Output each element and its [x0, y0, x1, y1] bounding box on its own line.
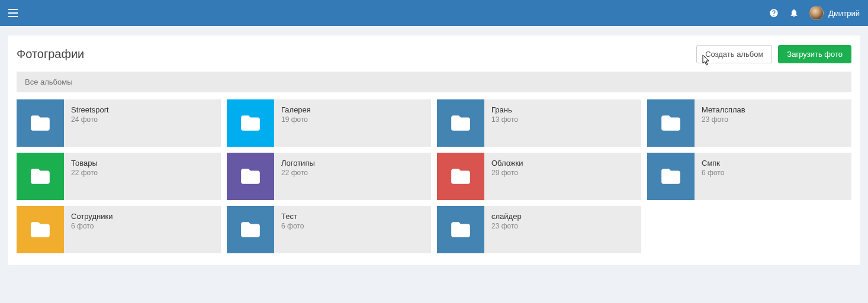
folder-icon [647, 153, 695, 200]
album-count: 19 фото [281, 115, 311, 124]
panel: Фотографии Создать альбом Загрузить фото… [8, 36, 860, 265]
album-title: Грань [491, 105, 518, 114]
folder-icon [17, 206, 64, 253]
album-card[interactable]: Тест6 фото [227, 206, 431, 253]
album-card[interactable]: Streetsport24 фото [17, 99, 221, 147]
avatar [809, 6, 824, 20]
album-title: Логотипы [281, 159, 315, 167]
page-title: Фотографии [17, 47, 84, 61]
folder-icon [227, 206, 274, 253]
album-title: Сотрудники [71, 212, 112, 221]
album-count: 23 фото [702, 115, 745, 124]
bell-icon[interactable] [789, 8, 799, 18]
album-title: Товары [71, 159, 98, 167]
album-card[interactable]: Галерея19 фото [227, 99, 431, 147]
album-title: Галерея [281, 105, 311, 114]
album-title: Смпк [702, 159, 724, 167]
album-card[interactable]: Логотипы22 фото [227, 153, 431, 200]
user-menu[interactable]: Дмитрий [809, 6, 860, 20]
album-count: 29 фото [491, 169, 523, 177]
folder-icon [437, 153, 484, 200]
folder-icon [17, 99, 64, 147]
album-card[interactable]: слайдер23 фото [437, 206, 641, 253]
album-title: Тест [281, 212, 304, 221]
album-count: 22 фото [281, 169, 315, 177]
album-info: слайдер23 фото [484, 206, 529, 253]
album-info: Смпк6 фото [695, 153, 731, 200]
album-card[interactable]: Смпк6 фото [647, 153, 851, 200]
help-icon[interactable] [769, 8, 779, 18]
album-card[interactable]: Металсплав23 фото [647, 99, 851, 147]
album-count: 22 фото [71, 169, 98, 177]
folder-icon [437, 206, 484, 253]
album-count: 6 фото [71, 222, 112, 230]
album-count: 24 фото [71, 115, 109, 124]
album-info: Галерея19 фото [274, 99, 318, 147]
album-count: 23 фото [491, 222, 522, 230]
album-count: 13 фото [491, 115, 518, 124]
album-info: Сотрудники6 фото [64, 206, 120, 253]
topbar: Дмитрий [0, 0, 868, 26]
main: Фотографии Создать альбом Загрузить фото… [0, 26, 868, 275]
album-card[interactable]: Обложки29 фото [437, 153, 641, 200]
upload-photo-button[interactable]: Загрузить фото [778, 45, 851, 63]
header-buttons: Создать альбом Загрузить фото [696, 45, 851, 63]
album-info: Металсплав23 фото [695, 99, 753, 147]
album-info: Streetsport24 фото [64, 99, 116, 147]
album-title: Streetsport [71, 105, 109, 114]
breadcrumb[interactable]: Все альбомы [17, 72, 851, 92]
album-info: Грань13 фото [484, 99, 525, 147]
album-title: Металсплав [702, 105, 745, 114]
create-album-button[interactable]: Создать альбом [696, 45, 772, 63]
album-card[interactable]: Сотрудники6 фото [17, 206, 221, 253]
topbar-right: Дмитрий [769, 6, 860, 20]
user-name: Дмитрий [828, 9, 860, 18]
folder-icon [227, 153, 274, 200]
breadcrumb-label: Все альбомы [25, 78, 73, 86]
folder-icon [17, 153, 64, 200]
album-info: Обложки29 фото [484, 153, 530, 200]
menu-toggle-icon[interactable] [8, 9, 18, 17]
album-info: Товары22 фото [64, 153, 105, 200]
album-title: Обложки [491, 159, 523, 167]
album-card[interactable]: Товары22 фото [17, 153, 221, 200]
album-card[interactable]: Грань13 фото [437, 99, 641, 147]
folder-icon [227, 99, 274, 147]
folder-icon [437, 99, 484, 147]
folder-icon [647, 99, 695, 147]
album-count: 6 фото [281, 222, 304, 230]
album-grid: Streetsport24 фотоГалерея19 фотоГрань13 … [17, 99, 851, 253]
album-count: 6 фото [702, 169, 724, 177]
album-title: слайдер [491, 212, 522, 221]
album-info: Тест6 фото [274, 206, 311, 253]
topbar-left [8, 9, 18, 17]
panel-header: Фотографии Создать альбом Загрузить фото [17, 45, 851, 63]
album-info: Логотипы22 фото [274, 153, 322, 200]
